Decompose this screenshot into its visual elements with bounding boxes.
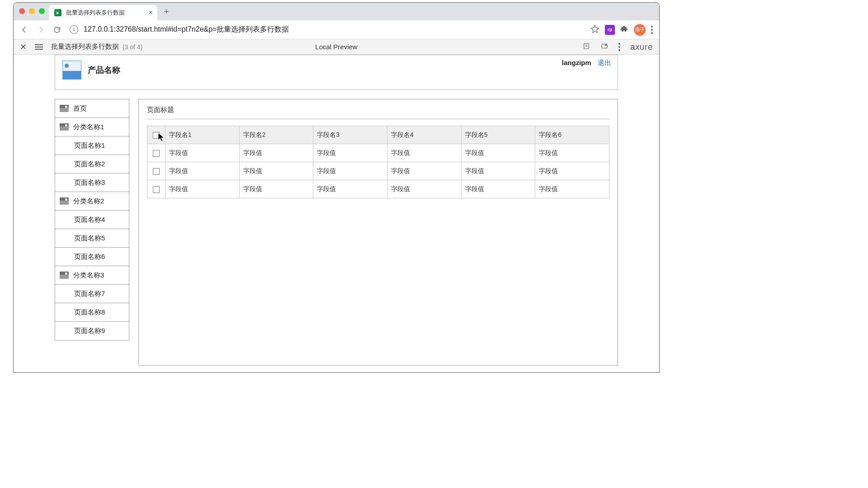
- select-all-checkbox[interactable]: [153, 132, 160, 139]
- column-header: 字段名4: [387, 126, 461, 144]
- table-row[interactable]: 字段值 字段值 字段值 字段值 字段值 字段值: [147, 180, 609, 198]
- browser-tab[interactable]: 批量选择列表多行数据 ×: [49, 5, 157, 20]
- sidebar-item-page8[interactable]: 页面名称8: [55, 303, 129, 322]
- sidebar-item-label: 页面名称9: [74, 327, 105, 335]
- table-cell: 字段值: [313, 162, 387, 180]
- table-cell: 字段值: [313, 144, 387, 162]
- product-name: 产品名称: [88, 65, 120, 75]
- axure-toolbar: ✕ 批量选择列表多行数据 (3 of 4) Local Preview axur…: [14, 39, 659, 55]
- sidebar-item-cat1[interactable]: 分类名称1: [55, 118, 129, 136]
- table-cell: 字段值: [239, 144, 313, 162]
- table-cell: 字段值: [239, 180, 313, 198]
- sidebar-item-label: 页面名称6: [74, 253, 105, 261]
- sidebar-item-cat2[interactable]: 分类名称2: [55, 192, 129, 211]
- sidebar-item-label: 页面名称4: [74, 216, 105, 224]
- bookmark-star-icon[interactable]: [590, 24, 599, 35]
- row-checkbox[interactable]: [153, 150, 160, 157]
- chrome-menu-button[interactable]: [651, 26, 653, 34]
- sidebar-item-page5[interactable]: 页面名称5: [55, 229, 129, 248]
- folder-icon: [60, 123, 69, 131]
- mac-zoom-button[interactable]: [39, 8, 45, 14]
- table-cell: 字段值: [165, 162, 240, 180]
- sidebar-item-page1[interactable]: 页面名称1: [55, 136, 129, 155]
- browser-tab-strip: 批量选择列表多行数据 × +: [14, 3, 659, 20]
- column-header: 字段名2: [239, 126, 313, 144]
- sidebar-item-page6[interactable]: 页面名称6: [55, 248, 129, 266]
- sidebar-item-label: 页面名称8: [74, 308, 105, 317]
- axure-page-count: (3 of 4): [123, 43, 142, 51]
- sidebar-item-page3[interactable]: 页面名称3: [55, 174, 129, 192]
- tab-title: 批量选择列表多行数据: [66, 9, 125, 17]
- table-cell: 字段值: [461, 144, 535, 162]
- column-header: 字段名5: [461, 126, 535, 144]
- product-header: 产品名称 langzipm 退出: [55, 55, 618, 90]
- tab-close-icon[interactable]: ×: [149, 9, 153, 17]
- content-panel: 页面标题 字段名1 字段名2 字段名3 字段名4 字段名5: [138, 99, 618, 366]
- url-text[interactable]: 127.0.0.1:32768/start.html#id=pt7n2e&p=批…: [84, 25, 587, 34]
- mac-minimize-button[interactable]: [29, 8, 35, 14]
- logout-link[interactable]: 退出: [598, 59, 611, 66]
- extension-rp-icon[interactable]: rp: [605, 25, 615, 35]
- table-cell: 字段值: [165, 144, 240, 162]
- profile-avatar[interactable]: 浪子: [634, 24, 646, 36]
- product-logo-placeholder-icon: [62, 61, 81, 80]
- mac-window-controls[interactable]: [19, 8, 45, 14]
- table-cell: 字段值: [387, 162, 461, 180]
- sidebar-item-page9[interactable]: 页面名称9: [55, 322, 129, 340]
- mac-close-button[interactable]: [19, 8, 25, 14]
- data-table: 字段名1 字段名2 字段名3 字段名4 字段名5 字段名6: [147, 126, 609, 198]
- svg-rect-0: [584, 43, 589, 49]
- column-header: 字段名3: [313, 126, 387, 144]
- axure-logo: axure: [630, 42, 653, 52]
- back-button[interactable]: [18, 23, 31, 36]
- sidebar-item-label: 页面名称5: [74, 234, 105, 243]
- username-label: langzipm: [562, 59, 591, 66]
- extensions-puzzle-icon[interactable]: [620, 25, 628, 35]
- folder-icon: [60, 197, 69, 205]
- new-tab-button[interactable]: +: [160, 5, 173, 18]
- sidebar-item-label: 分类名称3: [73, 271, 104, 280]
- sidebar-item-label: 页面名称7: [74, 290, 105, 298]
- axure-close-button[interactable]: ✕: [20, 43, 27, 51]
- table-row[interactable]: 字段值 字段值 字段值 字段值 字段值 字段值: [147, 162, 609, 180]
- forward-button[interactable]: [34, 23, 47, 36]
- sidebar-item-label: 页面名称3: [74, 178, 105, 187]
- table-header-row: 字段名1 字段名2 字段名3 字段名4 字段名5 字段名6: [147, 126, 609, 144]
- preview-viewport: 产品名称 langzipm 退出 首页 分类名称1 页面名称1 页面名称2 页面…: [14, 55, 659, 372]
- axure-notes-icon[interactable]: [582, 42, 590, 52]
- table-cell: 字段值: [387, 180, 461, 198]
- axure-preview-label: Local Preview: [315, 43, 357, 51]
- axure-menu-button[interactable]: [35, 44, 43, 50]
- axure-share-icon[interactable]: [600, 42, 609, 52]
- sidebar-item-label: 分类名称2: [73, 197, 104, 206]
- sidebar-item-label: 分类名称1: [73, 123, 104, 131]
- folder-icon: [60, 272, 69, 279]
- sidebar-item-page2[interactable]: 页面名称2: [55, 155, 129, 174]
- row-checkbox[interactable]: [153, 168, 160, 175]
- site-info-icon[interactable]: i: [70, 25, 78, 34]
- sidebar-item-label: 首页: [73, 104, 87, 113]
- browser-address-bar: i 127.0.0.1:32768/start.html#id=pt7n2e&p…: [14, 20, 659, 39]
- sidebar-item-page4[interactable]: 页面名称4: [55, 211, 129, 229]
- sidebar-nav: 首页 分类名称1 页面名称1 页面名称2 页面名称3 分类名称2 页面名称4 页…: [55, 99, 129, 341]
- table-row[interactable]: 字段值 字段值 字段值 字段值 字段值 字段值: [147, 144, 609, 162]
- table-cell: 字段值: [461, 180, 535, 198]
- tab-favicon-icon: [54, 9, 61, 16]
- axure-page-name: 批量选择列表多行数据: [51, 42, 119, 51]
- sidebar-item-home[interactable]: 首页: [55, 99, 129, 118]
- sidebar-item-page7[interactable]: 页面名称7: [55, 285, 129, 303]
- table-cell: 字段值: [387, 144, 461, 162]
- sidebar-item-label: 页面名称2: [74, 160, 105, 169]
- table-cell: 字段值: [239, 162, 313, 180]
- sidebar-item-cat3[interactable]: 分类名称3: [55, 266, 129, 285]
- table-cell: 字段值: [535, 144, 609, 162]
- reload-button[interactable]: [51, 23, 63, 36]
- table-cell: 字段值: [313, 180, 387, 198]
- table-cell: 字段值: [535, 180, 609, 198]
- axure-more-button[interactable]: [618, 43, 620, 51]
- folder-icon: [60, 105, 69, 112]
- column-header: 字段名1: [165, 126, 240, 144]
- column-header: 字段名6: [535, 126, 609, 144]
- row-checkbox[interactable]: [153, 186, 160, 193]
- sidebar-item-label: 页面名称1: [74, 141, 105, 150]
